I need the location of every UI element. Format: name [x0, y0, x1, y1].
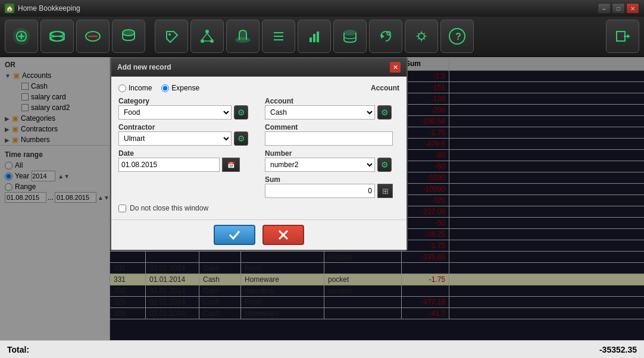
number-select[interactable]: number2	[265, 158, 375, 172]
modal-title: Add new record	[117, 63, 171, 71]
tag-button[interactable]	[155, 20, 188, 53]
do-not-close-checkbox[interactable]	[118, 205, 126, 212]
expense-label: Expense	[171, 84, 199, 92]
number-settings-button[interactable]: ⚙	[377, 158, 392, 172]
title-bar: 🏠 Home Bookkeeping – □ ✕	[0, 0, 644, 17]
delete-button[interactable]	[76, 20, 110, 53]
account-field-label: Account	[265, 97, 399, 105]
svg-marker-25	[381, 34, 384, 39]
account-settings-button[interactable]: ⚙	[377, 105, 392, 120]
category-label: Category	[118, 97, 253, 105]
add-record-button[interactable]	[5, 20, 38, 53]
close-button[interactable]: ✕	[626, 3, 639, 14]
svg-marker-32	[627, 34, 630, 39]
sum-calculator-button[interactable]: ⊞	[377, 184, 393, 198]
restore-button[interactable]: □	[612, 3, 625, 14]
income-radio[interactable]	[118, 84, 126, 92]
network-button[interactable]	[190, 20, 224, 53]
category-settings-button[interactable]: ⚙	[234, 105, 248, 120]
income-label: Income	[129, 84, 152, 92]
add-record-modal: Add new record ✕ Income Expense	[110, 57, 408, 251]
modal-title-bar: Add new record ✕	[111, 58, 407, 77]
chart-button[interactable]	[298, 20, 331, 53]
modal-footer	[111, 219, 407, 250]
cancel-button[interactable]	[262, 225, 304, 245]
contractor-select[interactable]: Ulmart	[118, 131, 232, 146]
date-label: Date	[118, 149, 253, 158]
account-select[interactable]: Cash	[265, 105, 375, 120]
exit-button[interactable]	[606, 20, 639, 53]
svg-rect-30	[617, 32, 625, 41]
svg-point-5	[50, 36, 64, 41]
status-bar: Total: -35352.35	[0, 340, 644, 358]
number-label: Number	[265, 149, 399, 158]
total-label: Total:	[7, 345, 29, 354]
coins-button[interactable]	[112, 20, 145, 53]
svg-point-12	[201, 39, 204, 43]
expense-radio[interactable]	[161, 84, 169, 92]
expense-radio-label[interactable]: Expense	[161, 84, 199, 92]
svg-point-11	[205, 30, 209, 33]
contractor-label: Contractor	[118, 123, 253, 131]
modal-body: Income Expense Account	[111, 77, 407, 219]
comment-label: Comment	[265, 123, 399, 131]
svg-line-15	[207, 33, 212, 39]
list-button[interactable]	[40, 20, 74, 53]
do-not-close-label[interactable]: Do not close this window	[118, 204, 399, 212]
svg-point-27	[418, 33, 424, 39]
ok-button[interactable]	[214, 225, 255, 245]
do-not-close-text: Do not close this window	[130, 204, 208, 212]
hat-button[interactable]	[226, 20, 260, 53]
toolbar: ?	[0, 17, 644, 57]
sum-input[interactable]	[265, 184, 375, 198]
contractor-settings-button[interactable]: ⚙	[234, 131, 248, 146]
svg-point-10	[168, 33, 171, 36]
comment-input[interactable]	[265, 131, 393, 146]
svg-rect-23	[317, 32, 319, 42]
svg-rect-22	[313, 34, 315, 42]
minimize-button[interactable]: –	[598, 3, 611, 14]
svg-point-4	[50, 32, 64, 36]
category-select[interactable]: Food	[118, 105, 232, 120]
sum-label: Sum	[265, 175, 399, 184]
income-radio-label[interactable]: Income	[118, 84, 152, 92]
svg-point-24	[344, 30, 356, 35]
total-value: -35352.35	[599, 345, 637, 354]
svg-rect-21	[310, 37, 312, 42]
app-icon: 🏠	[5, 4, 14, 13]
modal-overlay: Add new record ✕ Income Expense	[0, 57, 644, 340]
help-button[interactable]: ?	[440, 20, 474, 53]
window-controls: – □ ✕	[598, 3, 639, 14]
account-label: Account	[371, 84, 399, 92]
modal-close-button[interactable]: ✕	[390, 62, 401, 73]
database-button[interactable]	[333, 20, 367, 53]
svg-line-14	[202, 33, 207, 39]
date-input[interactable]	[118, 158, 220, 172]
window-title: Home Bookkeeping	[18, 4, 80, 12]
settings-button[interactable]	[405, 20, 438, 53]
date-picker-button[interactable]: 📅	[222, 158, 240, 172]
list2-button[interactable]	[262, 20, 295, 53]
svg-text:?: ?	[455, 32, 461, 42]
refresh-button[interactable]	[369, 20, 402, 53]
svg-point-13	[210, 39, 214, 43]
